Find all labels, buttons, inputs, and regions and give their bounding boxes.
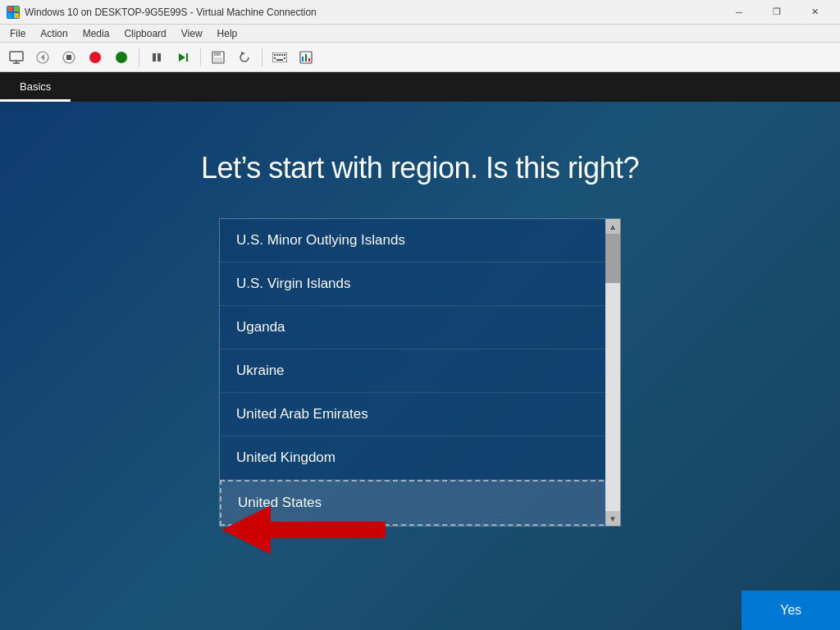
region-list-container: U.S. Minor Outlying IslandsU.S. Virgin I… <box>219 218 621 527</box>
toolbar <box>0 43 840 72</box>
region-item[interactable]: U.S. Virgin Islands <box>220 262 620 306</box>
menu-media[interactable]: Media <box>76 26 116 41</box>
oobe-main: Let’s start with region. Is this right? … <box>0 102 840 630</box>
step-forward-button[interactable] <box>171 46 194 69</box>
region-item[interactable]: Ukraine <box>220 349 620 393</box>
keyboard-button[interactable] <box>268 46 291 69</box>
svg-rect-12 <box>158 53 161 62</box>
svg-rect-0 <box>7 7 12 11</box>
toolbar-separator-1 <box>139 48 139 66</box>
menu-help[interactable]: Help <box>211 26 244 41</box>
svg-rect-20 <box>274 54 276 56</box>
svg-rect-24 <box>284 54 285 56</box>
scrollbar-arrow-up[interactable]: ▲ <box>605 219 620 234</box>
restore-button[interactable]: ❐ <box>758 0 796 25</box>
stop-button[interactable] <box>57 46 80 69</box>
menu-clipboard[interactable]: Clipboard <box>117 26 172 41</box>
window-controls: ─ ❐ ✕ <box>720 0 833 25</box>
region-list: U.S. Minor Outlying IslandsU.S. Virgin I… <box>220 219 620 526</box>
svg-rect-21 <box>276 54 278 56</box>
green-circle-icon <box>116 52 127 63</box>
region-item[interactable]: United Arab Emirates <box>220 393 620 436</box>
tabbar: Basics <box>0 72 840 102</box>
toolbar-separator-3 <box>262 48 262 66</box>
svg-rect-22 <box>279 54 281 56</box>
minimize-button[interactable]: ─ <box>720 0 758 25</box>
svg-rect-27 <box>276 59 283 61</box>
window-title: Windows 10 on DESKTOP-9G5E99S - Virtual … <box>25 7 715 18</box>
region-list-wrapper: U.S. Minor Outlying IslandsU.S. Virgin I… <box>219 218 621 527</box>
svg-rect-3 <box>14 13 19 18</box>
app-icon <box>7 6 20 19</box>
svg-rect-26 <box>284 57 285 59</box>
menubar: File Action Media Clipboard View Help <box>0 25 840 43</box>
scrollbar-arrow-down[interactable]: ▼ <box>605 511 620 526</box>
svg-rect-1 <box>14 7 19 11</box>
svg-rect-23 <box>281 54 283 56</box>
save-state-button[interactable] <box>207 46 230 69</box>
menu-file[interactable]: File <box>3 26 32 41</box>
titlebar: Windows 10 on DESKTOP-9G5E99S - Virtual … <box>0 0 840 25</box>
vm-screen-icon[interactable] <box>5 46 28 69</box>
pause-button[interactable] <box>145 46 168 69</box>
region-item[interactable]: U.S. Minor Outlying Islands <box>220 219 620 262</box>
yes-button[interactable]: Yes <box>742 591 840 630</box>
svg-rect-11 <box>153 53 156 62</box>
scrollbar-thumb[interactable] <box>605 234 620 283</box>
toolbar-separator-2 <box>200 48 201 66</box>
svg-marker-8 <box>41 54 44 61</box>
svg-rect-2 <box>7 13 12 18</box>
svg-rect-25 <box>274 57 276 59</box>
svg-rect-30 <box>305 54 307 62</box>
region-item[interactable]: United Kingdom <box>220 436 620 480</box>
close-button[interactable]: ✕ <box>796 0 833 25</box>
revert-button[interactable] <box>233 46 256 69</box>
svg-rect-17 <box>215 58 221 62</box>
power-green-button[interactable] <box>110 46 133 69</box>
red-circle-icon <box>89 52 101 63</box>
back-button[interactable] <box>31 46 54 69</box>
svg-marker-13 <box>179 53 185 62</box>
oobe-heading: Let’s start with region. Is this right? <box>133 151 707 185</box>
svg-rect-4 <box>10 52 23 61</box>
svg-marker-18 <box>241 52 244 55</box>
menu-action[interactable]: Action <box>34 26 74 41</box>
region-scrollbar[interactable]: ▲ ▼ <box>605 219 620 526</box>
media-chart-button[interactable] <box>294 46 317 69</box>
svg-rect-29 <box>302 57 304 62</box>
power-red-button[interactable] <box>84 46 107 69</box>
menu-view[interactable]: View <box>175 26 209 41</box>
svg-rect-31 <box>308 58 310 62</box>
svg-rect-16 <box>214 52 221 56</box>
svg-rect-14 <box>186 53 188 62</box>
tab-basics[interactable]: Basics <box>0 74 71 102</box>
svg-rect-10 <box>66 55 71 60</box>
red-arrow-indicator <box>221 505 386 555</box>
region-item[interactable]: Uganda <box>220 306 620 349</box>
svg-marker-32 <box>221 505 386 555</box>
